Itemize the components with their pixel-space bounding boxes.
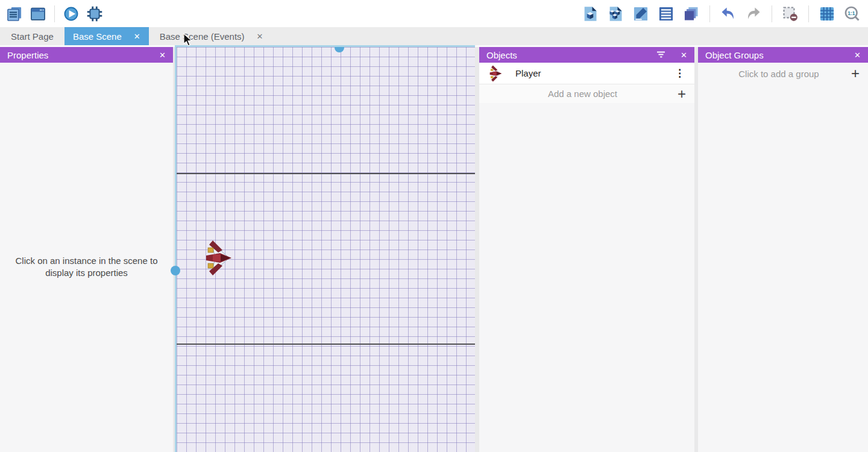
delete-instances-button[interactable] [781,4,800,24]
objects-panel: Objects ✕ Player [479,47,694,452]
editor-tab-bar: Start Page Base Scene ✕ Base Scene (Even… [0,27,868,45]
properties-icon [632,5,649,22]
add-new-object-row[interactable]: Add a new object + [479,84,694,103]
main-toolbar: 1:1 [0,0,868,27]
tab-label: Start Page [11,31,54,42]
editor-main-area: Properties ✕ Click on an instance in the… [0,45,868,452]
add-object-plus-icon[interactable]: + [678,88,686,99]
tab-label: Base Scene (Events) [160,31,245,42]
zoom-reset-button[interactable]: 1:1 [843,4,862,24]
grid-icon [819,5,835,22]
debug-button[interactable] [85,4,104,24]
object-options-kebab-icon[interactable]: ⋮ [673,67,686,80]
open-properties-button[interactable] [631,4,650,24]
open-instances-list-button[interactable] [656,4,676,24]
object-groups-panel-title: Object Groups [705,50,764,60]
debug-icon [86,5,103,22]
objects-panel-header: Objects ✕ [479,47,694,63]
open-layers-button[interactable] [682,4,701,24]
zoom-ratio-label: 1:1 [848,10,855,16]
filter-icon[interactable] [656,51,667,59]
tab-base-scene[interactable]: Base Scene ✕ [64,27,149,45]
object-list-item-player[interactable]: Player ⋮ [479,63,694,84]
player-instance-sprite[interactable] [204,239,233,277]
object-groups-panel-header: Object Groups ✕ [698,47,868,63]
toolbar-separator [808,5,809,22]
splitter-handle-left[interactable] [171,266,180,275]
add-group-plus-icon[interactable]: + [851,67,860,79]
player-object-thumbnail [488,64,503,83]
properties-panel-title: Properties [7,50,48,60]
redo-button[interactable] [744,4,763,24]
toolbar-separator [54,5,55,22]
add-new-object-label: Add a new object [488,89,678,99]
tab-start-page[interactable]: Start Page [0,27,64,45]
properties-empty-message: Click on an instance in the scene to dis… [0,255,173,280]
properties-panel-header: Properties ✕ [0,47,173,63]
tab-close-icon[interactable]: ✕ [257,33,263,40]
tab-close-icon[interactable]: ✕ [134,33,140,40]
objects-editor-icon [582,5,599,22]
preview-play-icon [63,5,80,22]
delete-instances-icon [782,5,799,22]
toolbar-left-group [0,0,104,27]
toolbar-right-group: 1:1 [580,0,868,27]
splitter-handle-top[interactable] [335,47,344,52]
object-groups-icon [607,5,624,22]
scene-canvas[interactable] [175,45,475,452]
tab-base-scene-events[interactable]: Base Scene (Events) ✕ [149,27,274,45]
add-group-label: Click to add a group [706,69,851,79]
objects-panel-title: Objects [486,50,517,60]
redo-icon [745,5,762,22]
project-manager-button[interactable] [5,4,24,24]
close-icon[interactable]: ✕ [159,51,166,60]
object-name-label: Player [515,68,673,78]
toggle-grid-button[interactable] [817,4,837,24]
start-page-button[interactable] [28,4,48,24]
zoom-1-1-icon: 1:1 [844,5,861,22]
undo-icon [720,5,737,22]
toolbar-separator [709,5,710,22]
toolbar-separator [772,5,772,22]
object-groups-panel: Object Groups ✕ Click to add a group + [698,47,868,452]
open-objects-editor-button[interactable] [580,4,600,24]
properties-panel: Properties ✕ Click on an instance in the… [0,47,173,452]
start-page-window-icon [30,5,46,22]
layers-icon [683,5,700,22]
preview-button[interactable] [61,4,81,24]
undo-button[interactable] [719,4,738,24]
close-icon[interactable]: ✕ [681,51,687,60]
game-window-top-border [177,173,475,174]
game-window-bottom-border [177,344,475,345]
open-object-groups-button[interactable] [606,4,625,24]
tab-label: Base Scene [73,31,122,42]
add-group-row[interactable]: Click to add a group + [698,63,868,84]
close-icon[interactable]: ✕ [854,51,861,60]
project-manager-icon [6,5,23,22]
instances-list-icon [658,5,675,22]
